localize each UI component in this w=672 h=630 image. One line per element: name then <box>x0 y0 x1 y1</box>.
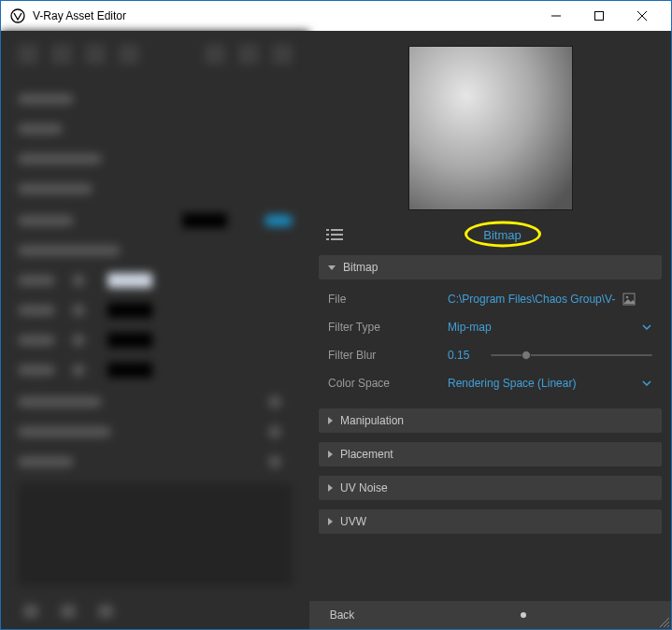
caret-right-icon <box>328 484 333 492</box>
section-header-manipulation[interactable]: Manipulation <box>319 408 662 433</box>
section-header-uv-noise[interactable]: UV Noise <box>319 476 662 500</box>
dropdown-value: Mip-map <box>448 321 492 334</box>
prop-label: Filter Blur <box>328 349 448 362</box>
color-space-dropdown[interactable]: Rendering Space (Linear) <box>448 377 652 390</box>
caret-right-icon <box>328 451 333 458</box>
prop-filter-blur: Filter Blur 0.15 <box>319 341 662 369</box>
texture-preview[interactable] <box>408 46 573 210</box>
browse-file-icon[interactable] <box>622 292 636 307</box>
section-title: UVW <box>340 515 366 528</box>
chevron-down-icon <box>641 378 652 389</box>
caret-right-icon <box>328 518 333 525</box>
filter-blur-control: 0.15 <box>448 349 652 362</box>
window-title: V-Ray Asset Editor <box>33 9 535 22</box>
svg-point-12 <box>626 296 629 299</box>
list-icon[interactable] <box>326 228 343 241</box>
minimize-button[interactable] <box>535 1 578 31</box>
back-button[interactable]: Back <box>309 609 375 622</box>
left-panel-blurred <box>1 31 309 629</box>
prop-filter-type: Filter Type Mip-map <box>319 313 662 341</box>
vray-app-icon <box>10 8 25 23</box>
close-button[interactable] <box>621 1 664 31</box>
bottom-bar: Back <box>309 601 671 629</box>
section-uv-noise: UV Noise <box>319 476 662 502</box>
filter-blur-value[interactable]: 0.15 <box>448 349 478 362</box>
caret-down-icon <box>328 265 336 270</box>
file-path-value[interactable]: C:\Program Files\Chaos Group\V-Ra... <box>448 293 616 306</box>
app-body: Bitmap Bitmap File C:\Program Files\Chao… <box>1 31 671 629</box>
section-header-bitmap[interactable]: Bitmap <box>319 255 662 279</box>
section-uvw: UVW <box>319 509 662 536</box>
resize-grip-icon[interactable] <box>660 618 669 627</box>
svg-rect-7 <box>326 234 329 236</box>
prop-file: File C:\Program Files\Chaos Group\V-Ra..… <box>319 285 662 313</box>
breadcrumb-label: Bitmap <box>483 228 521 242</box>
page-dot <box>521 612 526 618</box>
page-indicator <box>375 612 671 618</box>
filter-blur-slider[interactable] <box>491 354 652 356</box>
svg-rect-8 <box>331 234 343 236</box>
prop-label: File <box>328 293 448 306</box>
maximize-button[interactable] <box>578 1 621 31</box>
svg-rect-2 <box>595 12 604 21</box>
section-header-uvw[interactable]: UVW <box>319 509 662 534</box>
prop-label: Color Space <box>328 377 448 390</box>
filter-type-dropdown[interactable]: Mip-map <box>448 321 652 334</box>
section-title: Bitmap <box>343 261 378 274</box>
prop-label: Filter Type <box>328 321 448 334</box>
section-title: Manipulation <box>340 414 404 427</box>
svg-rect-5 <box>326 229 329 231</box>
dropdown-value: Rendering Space (Linear) <box>448 377 576 390</box>
section-header-placement[interactable]: Placement <box>319 442 662 466</box>
right-panel: Bitmap Bitmap File C:\Program Files\Chao… <box>309 31 671 629</box>
section-bitmap: Bitmap File C:\Program Files\Chaos Group… <box>319 255 662 401</box>
section-placement: Placement <box>319 442 662 468</box>
breadcrumb-current[interactable]: Bitmap <box>343 228 662 242</box>
svg-rect-6 <box>331 229 343 231</box>
titlebar: V-Ray Asset Editor <box>1 1 671 31</box>
section-title: Placement <box>340 448 393 461</box>
svg-rect-9 <box>326 238 329 240</box>
section-title: UV Noise <box>340 481 388 494</box>
svg-rect-10 <box>331 238 343 240</box>
slider-thumb[interactable] <box>522 351 531 360</box>
preview-area <box>309 31 671 210</box>
caret-right-icon <box>328 417 333 424</box>
prop-color-space: Color Space Rendering Space (Linear) <box>319 369 662 397</box>
section-manipulation: Manipulation <box>319 408 662 435</box>
breadcrumb-bar: Bitmap <box>309 222 671 248</box>
chevron-down-icon <box>641 322 652 333</box>
